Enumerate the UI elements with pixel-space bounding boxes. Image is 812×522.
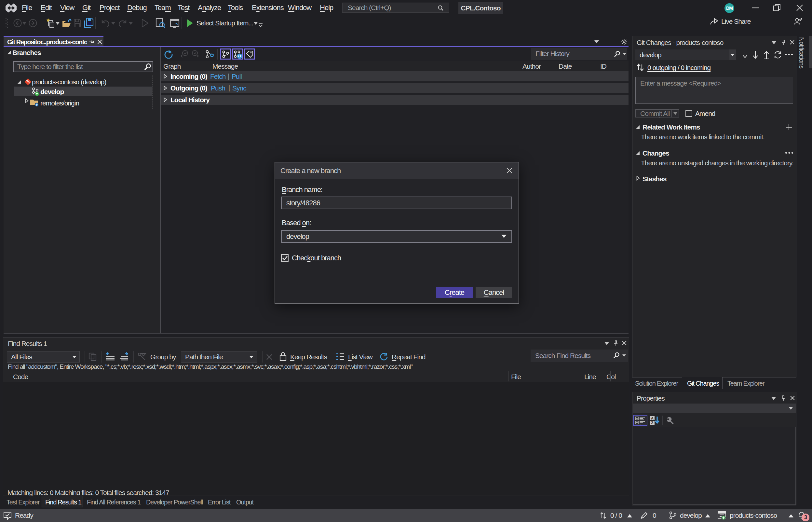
svg-text:A: A	[651, 416, 653, 420]
